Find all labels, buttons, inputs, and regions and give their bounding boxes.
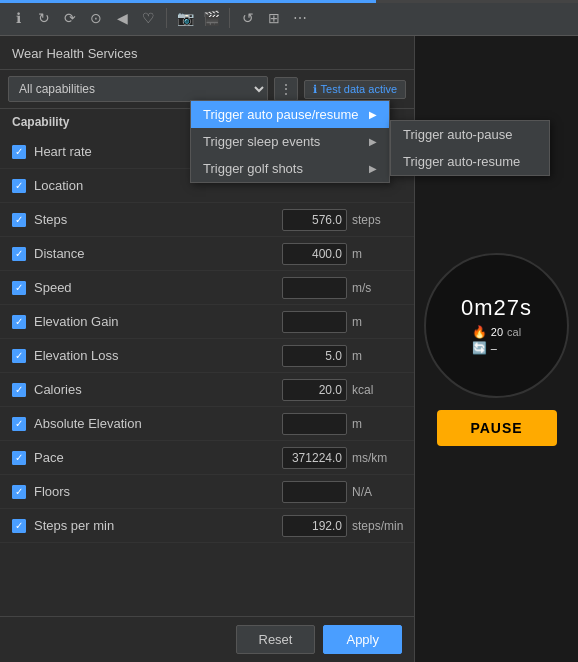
capability-checkbox[interactable] xyxy=(12,315,26,329)
chevron-right-icon: ▶ xyxy=(369,163,377,174)
capability-checkbox[interactable] xyxy=(12,247,26,261)
capability-checkbox[interactable] xyxy=(12,349,26,363)
capability-unit: steps/min xyxy=(347,519,402,533)
capability-name: Pace xyxy=(34,450,282,465)
capability-name: Absolute Elevation xyxy=(34,416,282,431)
context-menu-overlay: Trigger auto pause/resume▶Trigger sleep … xyxy=(190,100,550,183)
capability-value-input[interactable] xyxy=(282,379,347,401)
capability-row: Stepssteps xyxy=(0,203,414,237)
capability-value-input[interactable] xyxy=(282,209,347,231)
capability-checkbox[interactable] xyxy=(12,179,26,193)
capability-checkbox[interactable] xyxy=(12,519,26,533)
chevron-right-icon: ▶ xyxy=(369,109,377,120)
capability-name: Elevation Loss xyxy=(34,348,282,363)
capability-value-input[interactable] xyxy=(282,311,347,333)
calories-value: 20 xyxy=(491,326,503,338)
panel-title: Wear Health Services xyxy=(0,36,414,70)
capability-checkbox[interactable] xyxy=(12,417,26,431)
toolbar-video-icon[interactable]: 🎬 xyxy=(201,8,221,28)
toolbar-back-icon[interactable]: ◀ xyxy=(112,8,132,28)
capability-value-input[interactable] xyxy=(282,481,347,503)
capability-unit: m xyxy=(347,247,402,261)
capability-row: Absolute Elevationm xyxy=(0,407,414,441)
toolbar-camera-icon[interactable]: 📷 xyxy=(175,8,195,28)
toolbar-more-icon[interactable]: ⋯ xyxy=(290,8,310,28)
capability-unit: m xyxy=(347,349,402,363)
sync-stat: 🔄 – xyxy=(472,341,497,355)
capability-unit: N/A xyxy=(347,485,402,499)
watch-time: 0m27s xyxy=(461,295,532,321)
capability-checkbox[interactable] xyxy=(12,383,26,397)
progress-bar-fill xyxy=(0,0,376,3)
capability-name: Speed xyxy=(34,280,282,295)
watch-container: 0m27s 🔥 20 cal 🔄 – PAUSE xyxy=(424,253,569,446)
capability-name: Floors xyxy=(34,484,282,499)
context-menu: Trigger auto pause/resume▶Trigger sleep … xyxy=(190,100,390,183)
progress-bar xyxy=(0,0,578,3)
context-menu-item[interactable]: Trigger golf shots▶ xyxy=(191,155,389,182)
info-icon: ℹ xyxy=(313,83,317,96)
capability-unit: m xyxy=(347,315,402,329)
toolbar: ℹ ↻ ⟳ ⊙ ◀ ♡ 📷 🎬 ↺ ⊞ ⋯ xyxy=(0,0,578,36)
submenu-item[interactable]: Trigger auto-resume xyxy=(391,148,549,175)
capability-unit: steps xyxy=(347,213,402,227)
capability-unit: m/s xyxy=(347,281,402,295)
context-menu-item-label: Trigger golf shots xyxy=(203,161,303,176)
capability-row: FloorsN/A xyxy=(0,475,414,509)
capability-filter-select[interactable]: All capabilities xyxy=(8,76,268,102)
capability-value-input[interactable] xyxy=(282,345,347,367)
toolbar-circle-icon[interactable]: ⊙ xyxy=(86,8,106,28)
toolbar-sync-icon[interactable]: ⟳ xyxy=(60,8,80,28)
capability-value-input[interactable] xyxy=(282,413,347,435)
toolbar-divider-2 xyxy=(229,8,230,28)
toolbar-info-icon[interactable]: ℹ xyxy=(8,8,28,28)
pause-button[interactable]: PAUSE xyxy=(437,410,557,446)
capability-checkbox[interactable] xyxy=(12,281,26,295)
toolbar-undo-icon[interactable]: ↺ xyxy=(238,8,258,28)
calories-unit: cal xyxy=(507,326,521,338)
capability-unit: kcal xyxy=(347,383,402,397)
apply-button[interactable]: Apply xyxy=(323,625,402,654)
chevron-right-icon: ▶ xyxy=(369,136,377,147)
toolbar-grid-icon[interactable]: ⊞ xyxy=(264,8,284,28)
capability-name: Steps per min xyxy=(34,518,282,533)
capability-checkbox[interactable] xyxy=(12,451,26,465)
capability-value-input[interactable] xyxy=(282,243,347,265)
capability-row: Speedm/s xyxy=(0,271,414,305)
capability-value-input[interactable] xyxy=(282,447,347,469)
capability-name: Calories xyxy=(34,382,282,397)
capability-unit: m xyxy=(347,417,402,431)
capability-row: Elevation Gainm xyxy=(0,305,414,339)
submenu-item[interactable]: Trigger auto-pause xyxy=(391,121,549,148)
capability-row: Pacems/km xyxy=(0,441,414,475)
toolbar-divider-1 xyxy=(166,8,167,28)
context-menu-item-label: Trigger sleep events xyxy=(203,134,320,149)
reset-button[interactable]: Reset xyxy=(236,625,316,654)
submenu: Trigger auto-pauseTrigger auto-resume xyxy=(390,120,550,176)
capability-name: Steps xyxy=(34,212,282,227)
context-menu-item[interactable]: Trigger auto pause/resume▶ xyxy=(191,101,389,128)
capability-row: Elevation Lossm xyxy=(0,339,414,373)
watch-face: 0m27s 🔥 20 cal 🔄 – xyxy=(424,253,569,398)
capability-checkbox[interactable] xyxy=(12,485,26,499)
watch-stats: 🔥 20 cal 🔄 – xyxy=(472,325,521,355)
toolbar-refresh-icon[interactable]: ↻ xyxy=(34,8,54,28)
capability-checkbox[interactable] xyxy=(12,213,26,227)
sync-icon: 🔄 xyxy=(472,341,487,355)
capability-name: Distance xyxy=(34,246,282,261)
capability-unit: ms/km xyxy=(347,451,402,465)
sync-value: – xyxy=(491,342,497,354)
context-menu-item-label: Trigger auto pause/resume xyxy=(203,107,359,122)
menu-button[interactable]: ⋮ xyxy=(274,77,298,101)
calories-stat: 🔥 20 cal xyxy=(472,325,521,339)
capability-value-input[interactable] xyxy=(282,277,347,299)
capability-row: Calorieskcal xyxy=(0,373,414,407)
capability-name: Elevation Gain xyxy=(34,314,282,329)
capability-row: Distancem xyxy=(0,237,414,271)
fire-icon: 🔥 xyxy=(472,325,487,339)
capability-value-input[interactable] xyxy=(282,515,347,537)
context-menu-item[interactable]: Trigger sleep events▶ xyxy=(191,128,389,155)
toolbar-health-icon[interactable]: ♡ xyxy=(138,8,158,28)
capability-checkbox[interactable] xyxy=(12,145,26,159)
bottom-bar: Reset Apply xyxy=(0,616,414,662)
